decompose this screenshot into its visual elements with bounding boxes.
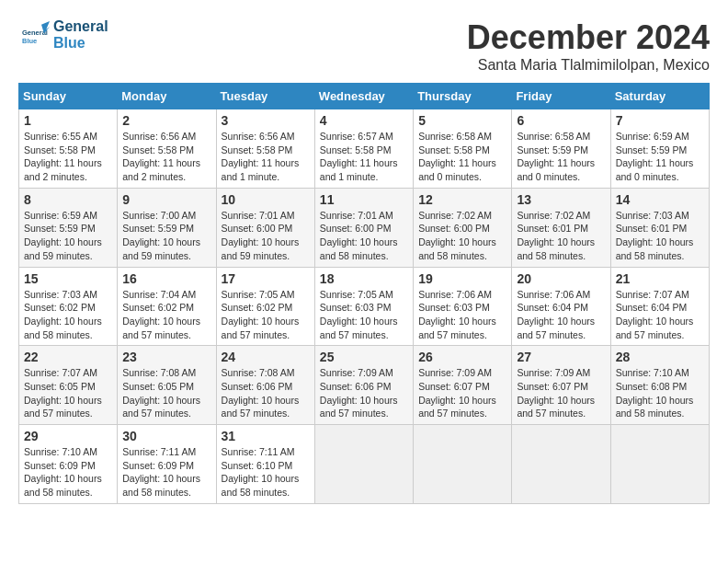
calendar-cell: 16Sunrise: 7:04 AMSunset: 6:02 PMDayligh… — [118, 267, 216, 346]
logo-line2: Blue — [53, 35, 108, 52]
day-number: 18 — [320, 271, 408, 286]
calendar-cell: 28Sunrise: 7:10 AMSunset: 6:08 PMDayligh… — [610, 346, 709, 425]
day-info: Sunrise: 7:09 AMSunset: 6:07 PMDaylight:… — [418, 366, 506, 420]
logo-icon: General Blue — [22, 21, 50, 49]
day-number: 6 — [517, 113, 605, 128]
calendar-cell: 25Sunrise: 7:09 AMSunset: 6:06 PMDayligh… — [314, 346, 413, 425]
day-info: Sunrise: 6:56 AMSunset: 5:58 PMDaylight:… — [122, 130, 210, 184]
calendar-cell: 26Sunrise: 7:09 AMSunset: 6:07 PMDayligh… — [414, 346, 512, 425]
calendar-week-row: 1Sunrise: 6:55 AMSunset: 5:58 PMDaylight… — [19, 109, 710, 189]
header-tuesday: Tuesday — [216, 84, 314, 109]
day-number: 12 — [418, 192, 506, 207]
day-number: 17 — [222, 271, 310, 286]
calendar-cell — [414, 425, 512, 504]
day-info: Sunrise: 7:03 AMSunset: 6:01 PMDaylight:… — [616, 209, 704, 263]
calendar-week-row: 8Sunrise: 6:59 AMSunset: 5:59 PMDaylight… — [19, 188, 710, 267]
day-info: Sunrise: 7:11 AMSunset: 6:10 PMDaylight:… — [222, 445, 310, 500]
day-number: 21 — [616, 271, 704, 286]
day-info: Sunrise: 6:58 AMSunset: 5:59 PMDaylight:… — [517, 130, 605, 184]
day-info: Sunrise: 7:01 AMSunset: 6:00 PMDaylight:… — [320, 209, 408, 263]
calendar-cell: 1Sunrise: 6:55 AMSunset: 5:58 PMDaylight… — [19, 109, 118, 189]
day-info: Sunrise: 7:08 AMSunset: 6:05 PMDaylight:… — [122, 366, 210, 420]
day-number: 3 — [222, 113, 310, 128]
calendar-cell: 29Sunrise: 7:10 AMSunset: 6:09 PMDayligh… — [19, 425, 118, 504]
day-number: 13 — [517, 192, 605, 207]
calendar-cell: 15Sunrise: 7:03 AMSunset: 6:02 PMDayligh… — [19, 267, 118, 346]
day-info: Sunrise: 7:06 AMSunset: 6:04 PMDaylight:… — [517, 288, 605, 342]
header-saturday: Saturday — [610, 84, 709, 109]
day-info: Sunrise: 7:01 AMSunset: 6:00 PMDaylight:… — [222, 209, 310, 263]
day-info: Sunrise: 7:03 AMSunset: 6:02 PMDaylight:… — [24, 288, 112, 342]
day-number: 24 — [222, 350, 310, 364]
header-sunday: Sunday — [19, 84, 118, 109]
calendar-cell: 5Sunrise: 6:58 AMSunset: 5:58 PMDaylight… — [414, 109, 512, 189]
logo-line1: General — [53, 18, 108, 35]
day-info: Sunrise: 7:10 AMSunset: 6:08 PMDaylight:… — [616, 366, 704, 420]
calendar-cell: 11Sunrise: 7:01 AMSunset: 6:00 PMDayligh… — [314, 188, 413, 267]
calendar-cell: 17Sunrise: 7:05 AMSunset: 6:02 PMDayligh… — [216, 267, 314, 346]
calendar-cell: 8Sunrise: 6:59 AMSunset: 5:59 PMDaylight… — [19, 188, 118, 267]
day-number: 7 — [616, 113, 704, 128]
day-info: Sunrise: 6:56 AMSunset: 5:58 PMDaylight:… — [222, 130, 310, 184]
day-number: 9 — [122, 192, 210, 207]
day-number: 2 — [122, 113, 210, 128]
day-info: Sunrise: 7:04 AMSunset: 6:02 PMDaylight:… — [122, 288, 210, 342]
day-number: 4 — [320, 113, 408, 128]
calendar-cell — [610, 425, 709, 504]
day-number: 16 — [122, 271, 210, 286]
calendar-cell: 18Sunrise: 7:05 AMSunset: 6:03 PMDayligh… — [314, 267, 413, 346]
calendar-cell: 12Sunrise: 7:02 AMSunset: 6:00 PMDayligh… — [414, 188, 512, 267]
day-number: 22 — [24, 350, 112, 364]
header-friday: Friday — [512, 84, 610, 109]
day-info: Sunrise: 6:59 AMSunset: 5:59 PMDaylight:… — [616, 130, 704, 184]
day-number: 30 — [122, 429, 210, 443]
calendar-cell: 13Sunrise: 7:02 AMSunset: 6:01 PMDayligh… — [512, 188, 610, 267]
calendar-cell: 27Sunrise: 7:09 AMSunset: 6:07 PMDayligh… — [512, 346, 610, 425]
calendar-cell: 6Sunrise: 6:58 AMSunset: 5:59 PMDaylight… — [512, 109, 610, 189]
calendar-body: 1Sunrise: 6:55 AMSunset: 5:58 PMDaylight… — [19, 109, 710, 504]
day-info: Sunrise: 7:05 AMSunset: 6:03 PMDaylight:… — [320, 288, 408, 342]
calendar-cell: 14Sunrise: 7:03 AMSunset: 6:01 PMDayligh… — [610, 188, 709, 267]
calendar-week-row: 15Sunrise: 7:03 AMSunset: 6:02 PMDayligh… — [19, 267, 710, 346]
calendar-cell: 20Sunrise: 7:06 AMSunset: 6:04 PMDayligh… — [512, 267, 610, 346]
page-container: General Blue General Blue December 2024 … — [18, 18, 710, 504]
calendar-cell: 21Sunrise: 7:07 AMSunset: 6:04 PMDayligh… — [610, 267, 709, 346]
header-thursday: Thursday — [414, 84, 512, 109]
day-number: 8 — [24, 192, 112, 207]
calendar-cell: 22Sunrise: 7:07 AMSunset: 6:05 PMDayligh… — [19, 346, 118, 425]
day-number: 1 — [24, 113, 112, 128]
location-title: Santa Maria Tlalmimilolpan, Mexico — [467, 57, 710, 74]
calendar-header-row: Sunday Monday Tuesday Wednesday Thursday… — [19, 84, 710, 109]
logo: General Blue General Blue — [18, 18, 108, 51]
day-info: Sunrise: 7:02 AMSunset: 6:00 PMDaylight:… — [418, 209, 506, 263]
month-title: December 2024 — [467, 18, 710, 57]
day-number: 23 — [122, 350, 210, 364]
svg-text:Blue: Blue — [22, 37, 37, 45]
day-number: 15 — [24, 271, 112, 286]
calendar-cell: 9Sunrise: 7:00 AMSunset: 5:59 PMDaylight… — [118, 188, 216, 267]
calendar-cell: 23Sunrise: 7:08 AMSunset: 6:05 PMDayligh… — [118, 346, 216, 425]
calendar-cell: 10Sunrise: 7:01 AMSunset: 6:00 PMDayligh… — [216, 188, 314, 267]
calendar-cell: 7Sunrise: 6:59 AMSunset: 5:59 PMDaylight… — [610, 109, 709, 189]
day-number: 29 — [24, 429, 112, 443]
day-info: Sunrise: 6:59 AMSunset: 5:59 PMDaylight:… — [24, 209, 112, 263]
header-wednesday: Wednesday — [314, 84, 413, 109]
title-block: December 2024 Santa Maria Tlalmimilolpan… — [467, 18, 710, 74]
calendar-table: Sunday Monday Tuesday Wednesday Thursday… — [18, 83, 710, 504]
day-info: Sunrise: 6:55 AMSunset: 5:58 PMDaylight:… — [24, 130, 112, 184]
day-info: Sunrise: 7:09 AMSunset: 6:06 PMDaylight:… — [320, 366, 408, 420]
calendar-cell: 2Sunrise: 6:56 AMSunset: 5:58 PMDaylight… — [118, 109, 216, 189]
calendar-cell: 3Sunrise: 6:56 AMSunset: 5:58 PMDaylight… — [216, 109, 314, 189]
day-number: 5 — [418, 113, 506, 128]
day-info: Sunrise: 7:02 AMSunset: 6:01 PMDaylight:… — [517, 209, 605, 263]
calendar-cell: 31Sunrise: 7:11 AMSunset: 6:10 PMDayligh… — [216, 425, 314, 504]
day-info: Sunrise: 7:07 AMSunset: 6:04 PMDaylight:… — [616, 288, 704, 342]
day-number: 11 — [320, 192, 408, 207]
day-number: 20 — [517, 271, 605, 286]
day-number: 14 — [616, 192, 704, 207]
day-info: Sunrise: 7:08 AMSunset: 6:06 PMDaylight:… — [222, 366, 310, 420]
calendar-week-row: 22Sunrise: 7:07 AMSunset: 6:05 PMDayligh… — [19, 346, 710, 425]
day-number: 31 — [222, 429, 310, 443]
calendar-cell — [314, 425, 413, 504]
day-number: 10 — [222, 192, 310, 207]
